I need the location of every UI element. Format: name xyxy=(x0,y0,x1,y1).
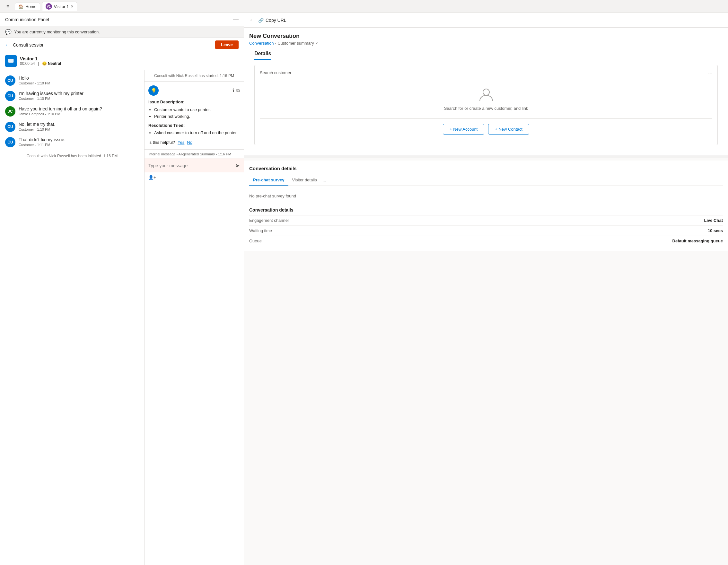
tab-home[interactable]: 🏠 Home xyxy=(15,3,40,10)
conversation-fields: Engagement channel Live Chat Waiting tim… xyxy=(249,215,723,246)
new-conversation-title: New Conversation xyxy=(249,33,723,40)
ai-summary-body: Issue Description: Customer wants to use… xyxy=(148,99,240,146)
ai-issue-title: Issue Description: xyxy=(148,99,240,105)
message-text: Hello xyxy=(19,75,50,81)
message-text: Have you tried turning it off and on aga… xyxy=(19,106,102,111)
chat-right-panel: Consult with Nick Russell has started. 1… xyxy=(144,70,244,565)
minimize-icon[interactable]: — xyxy=(233,16,239,23)
add-participant-icon: 👤+ xyxy=(148,175,156,180)
avatar: CU xyxy=(5,122,15,132)
table-row: Engagement channel Live Chat xyxy=(249,216,723,226)
message-content: Have you tried turning it off and on aga… xyxy=(19,106,102,116)
hamburger-icon: ≡ xyxy=(6,4,9,9)
list-item: CU I'm having issues with my printer Cus… xyxy=(5,91,139,101)
breadcrumb-chevron-icon[interactable]: ∨ xyxy=(315,41,318,45)
message-meta: Customer - 1:10 PM xyxy=(19,97,83,101)
message-text: I'm having issues with my printer xyxy=(19,91,83,96)
home-icon: 🏠 xyxy=(18,4,23,9)
ai-copy-button[interactable]: ⧉ xyxy=(236,88,240,93)
list-item: JC Have you tried turning it off and on … xyxy=(5,106,139,117)
no-pre-chat-survey-text: No pre-chat survey found xyxy=(249,191,723,204)
copy-url-button[interactable]: 🔗 Copy URL xyxy=(258,18,286,23)
avatar: JC xyxy=(5,106,15,117)
tab-home-label: Home xyxy=(25,4,37,9)
leave-button[interactable]: Leave xyxy=(215,40,239,49)
list-item: CU Hello Customer - 1:10 PM xyxy=(5,75,139,86)
back-button[interactable]: ← xyxy=(249,17,255,23)
ai-summary-card: 💡 ℹ ⧉ Issue Description: Customer wants … xyxy=(145,82,244,150)
ai-info-button[interactable]: ℹ xyxy=(232,88,234,93)
empty-customer-state: Search for or create a new customer, and… xyxy=(260,79,712,119)
new-conversation-section: New Conversation Conversation · Customer… xyxy=(244,28,728,158)
avatar: CU xyxy=(5,91,15,101)
left-panel: Communication Panel — 💬 You are currentl… xyxy=(0,13,244,565)
consult-started-msg: Consult with Nick Russell has started. 1… xyxy=(145,70,244,82)
consult-header: ← Consult session Leave xyxy=(0,38,244,52)
more-tabs-icon[interactable]: ... xyxy=(321,175,328,186)
search-row: Search customer --- xyxy=(260,70,712,79)
message-content: I'm having issues with my printer Custom… xyxy=(19,91,83,101)
consult-left: ← Consult session xyxy=(5,42,45,48)
send-button[interactable]: ➤ xyxy=(235,162,240,169)
chat-messages: CU Hello Customer - 1:10 PM CU I'm havin… xyxy=(0,70,144,565)
tab-visitor1[interactable]: V1 Visitor 1 ✕ xyxy=(42,2,77,11)
ai-resolution-list: Asked customer to turn off and on the pr… xyxy=(148,130,240,136)
new-contact-button[interactable]: + New Contact xyxy=(488,124,529,135)
avatar: CU xyxy=(5,137,15,147)
conversation-details-tabs: Pre-chat survey Visitor details ... xyxy=(249,175,723,186)
tab-visitor-details[interactable]: Visitor details xyxy=(288,175,321,186)
message-text: No, let me try that. xyxy=(19,122,55,127)
person-icon xyxy=(478,87,494,103)
message-input[interactable] xyxy=(148,163,232,168)
hamburger-menu[interactable]: ≡ xyxy=(3,1,13,12)
message-meta: Customer - 1:10 PM xyxy=(19,128,55,131)
sentiment-label: Neutral xyxy=(48,61,61,66)
sentiment-icon: 😐 xyxy=(42,61,47,66)
field-label: Queue xyxy=(249,239,672,243)
monitor-chat-icon: 💬 xyxy=(5,29,12,35)
consult-arrow-icon: ← xyxy=(5,42,10,48)
message-text: That didn't fix my issue. xyxy=(19,137,66,142)
message-content: Hello Customer - 1:10 PM xyxy=(19,75,50,85)
monitor-banner: 💬 You are currently monitoring this conv… xyxy=(0,26,244,38)
ai-summary-header: 💡 ℹ ⧉ xyxy=(148,85,240,96)
avatar: CU xyxy=(5,75,15,86)
consult-initiated-msg: Consult with Nick Russell has been initi… xyxy=(5,153,139,160)
list-item: Asked customer to turn off and on the pr… xyxy=(154,130,240,136)
search-dashes: --- xyxy=(708,70,712,75)
ai-resolution-title: Resolutions Tried: xyxy=(148,122,240,129)
list-item: CU No, let me try that. Customer - 1:10 … xyxy=(5,122,139,132)
conv-details-fields-title: Conversation details xyxy=(249,208,723,213)
field-label: Engagement channel xyxy=(249,218,704,223)
message-input-area: ➤ xyxy=(145,159,244,172)
field-value: Default messaging queue xyxy=(672,239,723,243)
visitor-info: Visitor 1 00:00:54 | 😐 Neutral xyxy=(0,52,244,70)
message-meta: Jamie Campbell - 1:10 PM xyxy=(19,112,102,116)
new-account-button[interactable]: + New Account xyxy=(443,124,484,135)
consult-label: Consult session xyxy=(13,42,45,48)
helpful-no-link[interactable]: No xyxy=(187,139,192,146)
breadcrumb-conversation[interactable]: Conversation xyxy=(249,41,274,46)
message-meta: Customer - 1:11 PM xyxy=(19,143,66,147)
details-section: Details Search customer --- xyxy=(249,51,723,150)
new-buttons-row: + New Account + New Contact xyxy=(260,119,712,140)
table-row: Queue Default messaging queue xyxy=(249,236,723,246)
visitor-avatar xyxy=(5,55,17,67)
tab-pre-chat-survey[interactable]: Pre-chat survey xyxy=(249,175,288,186)
conversation-details-title: Conversation details xyxy=(249,166,723,171)
message-input-row: ➤ xyxy=(148,162,240,169)
message-meta: Customer - 1:10 PM xyxy=(19,81,50,85)
ai-actions: ℹ ⧉ xyxy=(232,88,240,93)
tab-close-icon[interactable]: ✕ xyxy=(71,4,74,9)
breadcrumb: Conversation · Customer summary ∨ xyxy=(249,41,723,46)
search-customer-box: Search customer --- Search for or create… xyxy=(254,65,718,145)
field-label: Waiting time xyxy=(249,228,708,233)
add-participant-button[interactable]: 👤+ xyxy=(145,172,244,182)
right-panel-header: ← 🔗 Copy URL xyxy=(244,13,728,28)
link-icon: 🔗 xyxy=(258,18,264,23)
helpful-yes-link[interactable]: Yes xyxy=(178,139,184,146)
main-layout: Communication Panel — 💬 You are currentl… xyxy=(0,13,728,565)
helpful-row: Is this helpful? Yes No xyxy=(148,139,240,146)
empty-customer-text: Search for or create a new customer, and… xyxy=(444,106,528,111)
visitor-time: 00:00:54 | 😐 Neutral xyxy=(20,61,61,66)
